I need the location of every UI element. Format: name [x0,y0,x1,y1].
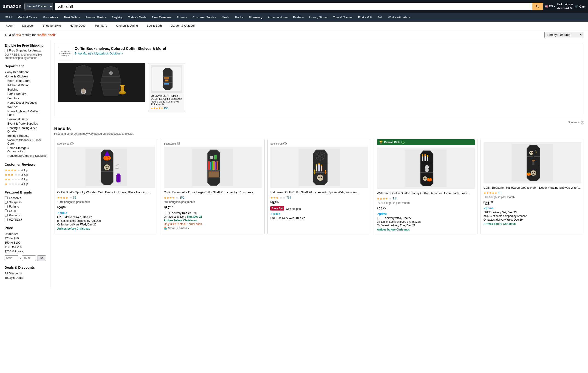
sort-select[interactable]: Sort by: Featured Price: Low to High Pri… [544,32,583,38]
product-card-p3[interactable]: Sponsored ⓘ [267,139,371,234]
product-card-p1[interactable]: Sponsored ⓘ [54,139,158,234]
price-range-3[interactable]: $100 to $200 [5,245,47,249]
dept-link-13[interactable]: Home Storage & Organization [5,146,47,153]
nav-item-groceries[interactable]: Groceries ▾ [41,13,61,21]
star-filter-3[interactable]: ★★★★★ & Up [5,173,47,177]
sub-nav-furniture[interactable]: Furniture [94,21,108,30]
deals-today-link[interactable]: Today's Deals [5,276,47,280]
dept-link-4[interactable]: Furniture [5,96,47,100]
nav-item-books[interactable]: Books [232,13,246,21]
sponsored-info-p3[interactable]: ⓘ [284,142,287,145]
brand-hzyslyj[interactable]: HZYSLYJ [5,218,47,221]
nav-item-pharmacy[interactable]: Pharmacy [246,13,265,21]
sponsored-banner[interactable]: MANNY'SMYSTERIOUSODDITIES Coffin Bookshe… [54,43,584,116]
dept-link-8[interactable]: Seasonal Décor [5,117,47,121]
sponsored-info-icon[interactable]: ⓘ [581,121,584,124]
nav-item-customerservice[interactable]: Customer Service [190,13,219,21]
dept-link-1[interactable]: Kitchen & Dining [5,83,47,87]
dept-link-0[interactable]: Kids' Home Store [5,79,47,83]
dept-link-3[interactable]: Bath Products [5,92,47,96]
product-card-p5[interactable]: Coffin Bookshelf Halloween Gothic Room D… [481,139,584,234]
search-button[interactable] [532,3,543,10]
sub-nav-shopbystyle[interactable]: Shop by Style [42,21,62,30]
review-count-p1[interactable]: 55 [73,196,76,199]
dept-link-6[interactable]: Wall Art [5,105,47,109]
nav-item-amazonhome[interactable]: Amazon Home [265,13,290,21]
nav-item-registry[interactable]: Registry [109,13,125,21]
product-card-p2[interactable]: Sponsored ⓘ [161,139,265,234]
dept-link-9[interactable]: Event & Party Supplies [5,121,47,126]
nav-item-music[interactable]: Music [219,13,232,21]
svg-rect-63 [321,166,322,171]
nav-item-luxurystores[interactable]: Luxury Stores [307,13,330,21]
overall-pick-info-icon[interactable]: ⓘ [401,141,404,144]
free-shipping-checkbox[interactable]: Free Shipping by Amazon [5,49,47,52]
price-range-1[interactable]: $25 to $50 [5,236,47,240]
price-range-inputs: - Go [5,255,47,261]
stars-filled-1: ★ [5,182,8,186]
dept-link-11[interactable]: Ironing Products [5,134,47,138]
nav-item-medical[interactable]: Medical Care ▾ [15,13,40,21]
account-info[interactable]: Hello, sign in Account & [557,2,573,11]
star-filter-1[interactable]: ★★★★★ & Up [5,182,47,186]
brand-furinno[interactable]: Furinno [5,205,47,208]
sponsored-info-p1[interactable]: ⓘ [70,142,74,145]
search-input[interactable] [55,3,532,10]
dept-link-12[interactable]: Vacuum Cleaners & Floor Care [5,138,47,146]
price-max-input[interactable] [22,255,36,261]
dept-link-5[interactable]: Home Décor Products [5,100,47,105]
cart-area[interactable]: 🛒 Cart [575,5,585,8]
home-kitchen-link[interactable]: Home & Kitchen [5,74,47,79]
sub-nav-kitchendining[interactable]: Kitchen & Dining [115,21,139,30]
any-department-link[interactable]: < Any Department [5,70,47,74]
review-count-p3[interactable]: 734 [286,196,291,199]
product-stars-p5: ★★★★★ 18 [483,191,581,195]
deals-all-link[interactable]: All Discounts [5,271,47,276]
nav-item-workswithalexa[interactable]: Works with Alexa [385,13,413,21]
nav-item-prime[interactable]: Prime ▾ [174,13,190,21]
sub-nav-discover[interactable]: Discover [21,21,35,30]
language-selector[interactable]: 🇺🇸 EN ▾ [545,5,555,8]
sub-nav-room[interactable]: Room [5,21,14,30]
sponsored-info-p2[interactable]: ⓘ [177,142,180,145]
svg-point-102 [532,172,533,173]
banner-shop-link[interactable]: Shop Manny's Mysterious Oddities > [75,52,166,55]
nav-item-sell[interactable]: Sell [375,13,385,21]
free-shipping-input[interactable] [5,49,8,52]
dept-link-7[interactable]: Home Lighting & Ceiling Fans [5,109,47,117]
banner-images: MANNY'S MYSTERIOUS ODDITIES Coffin Books… [58,63,580,112]
sub-nav-homedecor[interactable]: Home Décor [69,21,87,30]
nav-item-bestsellers[interactable]: Best Sellers [62,13,83,21]
product-image-p5 [483,142,581,183]
review-count-p4[interactable]: 734 [393,197,397,200]
sub-nav-gardenoutdoor[interactable]: Garden & Outdoor [169,21,196,30]
star-filter-4[interactable]: ★★★★★ & Up [5,168,47,172]
dept-link-14[interactable]: Household Cleaning Supplies [5,153,47,158]
fastest-delivery-p4: Or fastest delivery Thu, Dec 21 [377,224,475,227]
review-count-p5[interactable]: 18 [498,192,501,195]
dept-link-10[interactable]: Heating, Cooling & Air Quality [5,126,47,134]
brand-gute[interactable]: GUTE [5,209,47,213]
nav-item-fashion[interactable]: Fashion [291,13,306,21]
star-filter-2[interactable]: ★★★★★ & Up [5,177,47,181]
department-selector[interactable]: Home & Kitchen All [24,3,53,10]
price-go-button[interactable]: Go [37,255,46,261]
price-range-4[interactable]: $200 & Above [5,249,47,254]
nav-item-amazonbasics[interactable]: Amazon Basics [83,13,109,21]
product-card-p4[interactable]: 🏆 Overall Pick ⓘ [374,139,478,234]
dept-link-2[interactable]: Bedding [5,87,47,92]
nav-item-findagift[interactable]: Find a Gift [356,13,374,21]
brand-pracaniz[interactable]: Pracaniz [5,213,47,217]
price-range-2[interactable]: $50 to $100 [5,240,47,245]
nav-item-all[interactable]: ☰ All [3,13,14,21]
nav-item-toysgames[interactable]: Toys & Games [331,13,355,21]
review-count-p2[interactable]: 150 [180,196,184,199]
price-min-input[interactable] [5,255,18,261]
nav-item-newreleases[interactable]: New Releases [149,13,174,21]
price-range-0[interactable]: Under $25 [5,232,47,236]
sub-nav-bedbath[interactable]: Bed & Bath [146,21,163,30]
brand-sourpuss[interactable]: Sourpuss [5,200,47,204]
nav-item-todaysdeals[interactable]: Today's Deals [126,13,149,21]
banner-product-card[interactable]: MANNY'S MYSTERIOUS ODDITIES Coffin Books… [148,63,185,112]
brand-lkmany[interactable]: LKMANY [5,196,47,200]
